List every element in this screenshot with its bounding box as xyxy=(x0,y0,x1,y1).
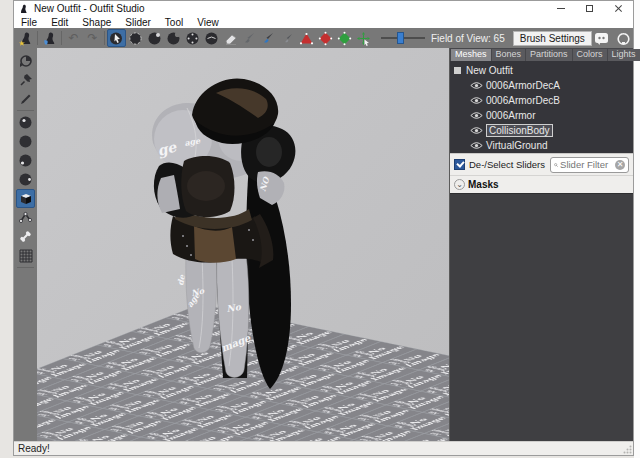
left-toolbar-separator xyxy=(17,110,34,111)
svg-text:de: de xyxy=(175,273,187,286)
mesh-item-label: 0006ArmorDecA xyxy=(486,80,560,91)
select-sphere-button[interactable] xyxy=(16,113,35,132)
minimize-icon xyxy=(557,8,565,9)
slider-filter-box[interactable]: ✕ xyxy=(550,157,629,173)
mesh-item-label: 0006Armor xyxy=(486,110,535,121)
viewport-3d[interactable]: No Image No Image xyxy=(37,48,450,441)
menu-edit[interactable]: Edit xyxy=(44,17,75,28)
inflate-sphere-button[interactable] xyxy=(16,151,35,170)
eye-icon[interactable] xyxy=(470,141,483,150)
menu-file[interactable]: File xyxy=(14,17,44,28)
discord-icon xyxy=(594,32,609,45)
undo-button[interactable]: ↶ xyxy=(64,29,83,47)
pose-tool-button[interactable] xyxy=(16,51,35,70)
menu-tool[interactable]: Tool xyxy=(158,17,190,28)
tree-item[interactable]: VirtualGround xyxy=(454,138,633,153)
sliders-panel xyxy=(450,193,633,441)
minimize-button[interactable] xyxy=(546,1,575,16)
main-window: New Outfit - Outfit Studio File Edit Sha… xyxy=(13,0,634,456)
tree-item[interactable]: 0006Armor xyxy=(454,108,633,123)
clear-filter-icon[interactable]: ✕ xyxy=(615,160,625,170)
tab-meshes[interactable]: Meshes xyxy=(451,49,491,61)
color-brush-button[interactable] xyxy=(259,29,278,47)
masks-section-header[interactable]: ⌄ Masks xyxy=(450,175,633,193)
toolbar-separator xyxy=(37,31,38,45)
toolbar-separator xyxy=(104,31,105,45)
eye-icon[interactable] xyxy=(470,96,483,105)
color-brush-icon xyxy=(261,31,276,46)
eye-icon[interactable] xyxy=(470,111,483,120)
eye-icon[interactable] xyxy=(470,81,483,90)
smooth-brush-button[interactable] xyxy=(202,29,221,47)
bone-icon xyxy=(18,229,33,244)
left-toolbar xyxy=(14,48,37,441)
split-edge-button[interactable] xyxy=(335,29,354,47)
tab-colors[interactable]: Colors xyxy=(573,49,607,61)
tab-partitions[interactable]: Partitions xyxy=(526,49,572,61)
transform-cube-button[interactable] xyxy=(16,189,35,208)
pencil-tool-button[interactable] xyxy=(16,89,35,108)
undiff-brush-button[interactable] xyxy=(221,29,240,47)
flip-edge-button[interactable] xyxy=(316,29,335,47)
slider-filter-input[interactable] xyxy=(558,158,615,171)
tab-bones[interactable]: Bones xyxy=(492,49,526,61)
cube-icon xyxy=(18,191,33,206)
move-vertex-button[interactable] xyxy=(354,29,373,47)
resize-grip[interactable] xyxy=(623,445,632,454)
tab-lights[interactable]: Lights xyxy=(608,49,640,61)
redo-button[interactable]: ↷ xyxy=(83,29,102,47)
github-link-button[interactable] xyxy=(614,29,633,47)
status-bar: Ready! xyxy=(14,441,633,455)
pin-tool-button[interactable] xyxy=(16,70,35,89)
tree-root-label: New Outfit xyxy=(466,65,513,76)
bones-tool-button[interactable] xyxy=(16,227,35,246)
status-text: Ready! xyxy=(18,443,50,454)
collapse-icon[interactable] xyxy=(454,67,461,74)
eraser-icon xyxy=(223,31,238,46)
alpha-brush-button[interactable] xyxy=(278,29,297,47)
chevron-down-icon[interactable]: ⌄ xyxy=(454,179,465,190)
menu-view[interactable]: View xyxy=(190,17,226,28)
mask-sphere-button[interactable] xyxy=(16,132,35,151)
deselect-sliders-checkbox[interactable] xyxy=(454,159,465,170)
menu-shape[interactable]: Shape xyxy=(75,17,118,28)
deselect-sliders-label: De-/Select Sliders xyxy=(469,159,545,170)
tree-root-row[interactable]: New Outfit xyxy=(454,63,633,78)
grid-tool-button[interactable] xyxy=(16,246,35,265)
bodyslide-app-icon xyxy=(19,4,29,14)
mesh-tree: New Outfit 0006ArmorDecA 0006ArmorDecB 0… xyxy=(450,61,633,153)
eye-icon[interactable] xyxy=(470,126,483,135)
load-reference-button[interactable] xyxy=(40,29,59,47)
paypal-link-button[interactable]: P xyxy=(636,29,640,47)
select-tool-button[interactable] xyxy=(107,29,126,47)
discord-link-button[interactable] xyxy=(592,29,611,47)
sphere-dot-right-icon xyxy=(18,172,33,187)
mask-brush-button[interactable] xyxy=(126,29,145,47)
title-bar[interactable]: New Outfit - Outfit Studio xyxy=(14,1,633,16)
tree-item-selected[interactable]: CollisionBody xyxy=(454,123,633,138)
split-edge-icon xyxy=(337,31,352,46)
field-of-view-label: Field of View: 65 xyxy=(431,33,505,44)
github-icon xyxy=(616,31,631,46)
weight-brush-button[interactable] xyxy=(240,29,259,47)
slider-thumb[interactable] xyxy=(397,32,404,44)
close-button[interactable] xyxy=(604,1,633,16)
weight-brush-icon xyxy=(242,31,257,46)
field-of-view-slider[interactable] xyxy=(381,37,425,39)
load-project-button[interactable] xyxy=(16,29,35,47)
vertex-edit-button[interactable] xyxy=(16,208,35,227)
deflate-sphere-button[interactable] xyxy=(16,170,35,189)
skirt-front-panel xyxy=(194,226,236,263)
deflate-brush-button[interactable] xyxy=(164,29,183,47)
move-brush-button[interactable] xyxy=(183,29,202,47)
tree-item[interactable]: 0006ArmorDecA xyxy=(454,78,633,93)
sphere-icon xyxy=(18,134,33,149)
brush-settings-button[interactable]: Brush Settings xyxy=(513,31,592,46)
inflate-brush-button[interactable] xyxy=(145,29,164,47)
maximize-icon xyxy=(586,5,593,12)
tree-item[interactable]: 0006ArmorDecB xyxy=(454,93,633,108)
load-project-icon xyxy=(18,31,33,46)
maximize-button[interactable] xyxy=(575,1,604,16)
collapse-vertex-button[interactable] xyxy=(297,29,316,47)
menu-slider[interactable]: Slider xyxy=(118,17,158,28)
